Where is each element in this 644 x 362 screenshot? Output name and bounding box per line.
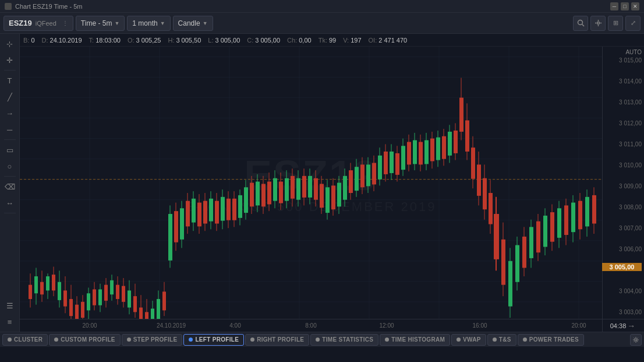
time-8-00: 8:00 — [305, 322, 316, 329]
time-current-display: 04:38 → — [602, 319, 644, 332]
power-trades-label: POWER TRADES — [529, 336, 579, 343]
ray-tool[interactable]: → — [2, 106, 17, 121]
timeframe-dropdown[interactable]: Time - 5m ▼ — [76, 16, 125, 31]
svg-rect-86 — [203, 201, 207, 224]
rectangle-tool[interactable]: ▭ — [2, 142, 17, 157]
svg-rect-68 — [151, 308, 154, 319]
svg-rect-190 — [508, 261, 512, 307]
oi-label: OI: — [369, 37, 377, 44]
svg-rect-122 — [308, 176, 312, 198]
time-statistics-dot — [316, 338, 320, 342]
change-value: 0,00 — [299, 37, 311, 44]
settings-button[interactable] — [590, 16, 606, 31]
circle-tool[interactable]: ○ — [2, 159, 17, 174]
price-3008: 3 008,00 — [619, 204, 642, 210]
svg-rect-84 — [197, 203, 201, 227]
svg-rect-174 — [459, 98, 463, 132]
svg-rect-52 — [104, 285, 108, 301]
svg-rect-212 — [585, 197, 589, 227]
crosshair-tool[interactable]: ✛ — [2, 52, 17, 68]
measure-tool[interactable]: ↔ — [2, 195, 17, 210]
svg-rect-132 — [337, 183, 341, 207]
draw-list[interactable]: ≡ — [2, 314, 17, 329]
price-3014: 3 014,00 — [619, 78, 642, 85]
symbol-selector[interactable]: ESZ19 iQFeed ⋮ — [3, 16, 73, 31]
svg-rect-206 — [564, 205, 568, 235]
svg-rect-72 — [162, 291, 166, 310]
svg-rect-36 — [58, 282, 61, 300]
svg-rect-130 — [331, 185, 335, 209]
tab-vwap[interactable]: VWAP — [451, 334, 486, 346]
eraser-tool[interactable]: ⌫ — [2, 179, 17, 194]
chart-canvas[interactable]: ESZ19 E-MINI S&P 500 DECEMBER 2019 — [20, 47, 602, 319]
vwap-dot — [457, 338, 461, 342]
tab-cluster[interactable]: CLUSTER — [2, 334, 48, 346]
svg-rect-106 — [261, 184, 266, 206]
cluster-label: CLUSTER — [14, 336, 43, 343]
svg-rect-198 — [536, 222, 540, 253]
price-scale[interactable]: AUTO 3 015,00 3 014,00 3 013,00 3 012,00… — [602, 47, 644, 319]
tool-settings[interactable]: ☰ — [2, 298, 17, 313]
minimize-button[interactable]: ─ — [610, 2, 618, 10]
bid-label: B: — [23, 37, 29, 44]
volume-info: V: 197 — [343, 37, 361, 44]
tab-time-statistics[interactable]: TIME STATISTICS — [310, 334, 378, 346]
svg-rect-32 — [46, 276, 49, 290]
close-button[interactable]: ✕ — [631, 2, 639, 10]
time-24-10: 24.10.2019 — [157, 322, 186, 329]
search-icon — [577, 19, 585, 27]
price-3012: 3 012,00 — [619, 120, 642, 126]
ticks-label: Tk: — [319, 37, 327, 44]
time-nav-forward[interactable]: → — [626, 321, 636, 331]
tab-custom-profile[interactable]: CUSTOM PROFILE — [49, 334, 120, 346]
low-info: L: 3 005,00 — [208, 37, 240, 44]
time-info: T: 18:03:00 — [89, 37, 121, 44]
tab-time-histogram[interactable]: TIME HISTOGRAM — [380, 334, 450, 346]
maximize-button[interactable]: □ — [621, 2, 629, 10]
cursor-tool[interactable]: ⊹ — [2, 36, 17, 51]
tab-step-profile[interactable]: STEP PROFILE — [122, 334, 183, 346]
svg-rect-188 — [501, 240, 505, 285]
line-tool[interactable]: ╱ — [2, 89, 17, 104]
tab-power-trades[interactable]: POWER TRADES — [518, 334, 584, 346]
svg-rect-138 — [355, 167, 359, 191]
svg-rect-66 — [145, 312, 148, 319]
layers-button[interactable]: ⊞ — [608, 16, 623, 31]
chart-type-dropdown[interactable]: Candle ▼ — [173, 16, 213, 31]
tab-right-profile[interactable]: RIGHT PROFILE — [245, 334, 309, 346]
time-20-00-1: 20:00 — [82, 322, 97, 329]
svg-rect-82 — [192, 199, 196, 223]
svg-line-1 — [582, 24, 584, 27]
data-feed: iQFeed — [36, 20, 56, 27]
time-histogram-dot — [385, 338, 389, 342]
timeframe-value: Time - 5m — [81, 19, 112, 27]
svg-rect-116 — [291, 176, 295, 199]
svg-rect-204 — [557, 208, 561, 238]
svg-rect-76 — [174, 211, 178, 242]
svg-rect-176 — [465, 120, 469, 152]
period-dropdown[interactable]: 1 month ▼ — [127, 16, 170, 31]
expand-button[interactable]: ⤢ — [625, 16, 641, 31]
hline-tool[interactable]: ─ — [2, 122, 17, 137]
svg-rect-102 — [250, 183, 254, 207]
svg-rect-170 — [448, 132, 452, 156]
search-button[interactable] — [573, 16, 588, 31]
bottom-settings-button[interactable] — [630, 334, 642, 346]
step-profile-label: STEP PROFILE — [133, 336, 178, 343]
svg-rect-108 — [267, 182, 271, 205]
time-label: T: — [89, 37, 94, 44]
sidebar-divider-1 — [4, 70, 16, 71]
text-tool[interactable]: T — [2, 73, 17, 88]
right-profile-label: RIGHT PROFILE — [257, 336, 304, 343]
tab-left-profile[interactable]: LEFT PROFILE — [183, 334, 244, 346]
svg-rect-54 — [110, 280, 114, 294]
window-controls: ─ □ ✕ — [610, 2, 639, 10]
svg-rect-146 — [378, 156, 382, 180]
ts-label: T&S — [499, 336, 511, 343]
svg-rect-156 — [407, 142, 411, 164]
svg-rect-112 — [279, 182, 283, 203]
low-label: L: — [208, 37, 213, 44]
tab-ts[interactable]: T&S — [487, 334, 516, 346]
svg-rect-184 — [489, 193, 493, 224]
svg-rect-168 — [442, 136, 446, 159]
